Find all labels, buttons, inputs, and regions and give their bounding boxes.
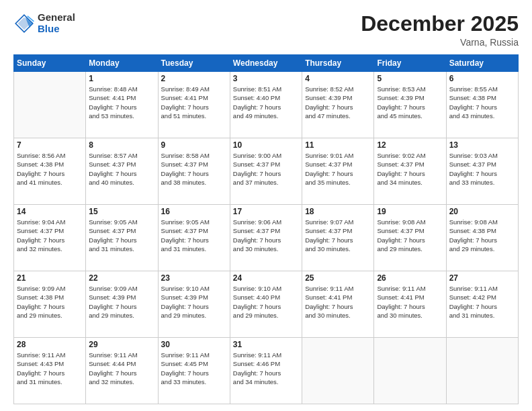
day-info: Sunrise: 9:10 AM Sunset: 4:40 PM Dayligh… [233, 284, 299, 320]
day-number: 28 [17, 340, 83, 349]
day-number: 18 [305, 207, 371, 216]
day-number: 17 [233, 207, 299, 216]
day-info: Sunrise: 9:02 AM Sunset: 4:37 PM Dayligh… [377, 151, 443, 187]
day-number: 4 [305, 74, 371, 83]
day-info: Sunrise: 9:03 AM Sunset: 4:37 PM Dayligh… [449, 151, 515, 187]
day-number: 16 [161, 207, 227, 216]
day-info: Sunrise: 8:55 AM Sunset: 4:38 PM Dayligh… [449, 85, 515, 120]
day-info: Sunrise: 9:06 AM Sunset: 4:37 PM Dayligh… [233, 218, 299, 253]
day-number: 23 [161, 273, 227, 283]
col-saturday: Saturday [446, 55, 518, 72]
day-number: 12 [377, 140, 443, 150]
location: Varna, Russia [361, 37, 519, 48]
calendar-header-row: Sunday Monday Tuesday Wednesday Thursday… [14, 55, 519, 72]
day-number: 22 [89, 273, 154, 283]
day-info: Sunrise: 9:05 AM Sunset: 4:37 PM Dayligh… [161, 218, 227, 253]
day-info: Sunrise: 9:04 AM Sunset: 4:37 PM Dayligh… [17, 218, 83, 253]
table-row: 27Sunrise: 9:11 AM Sunset: 4:42 PM Dayli… [446, 271, 518, 338]
day-info: Sunrise: 9:07 AM Sunset: 4:37 PM Dayligh… [305, 218, 371, 253]
day-info: Sunrise: 9:09 AM Sunset: 4:39 PM Dayligh… [89, 284, 154, 320]
day-info: Sunrise: 8:52 AM Sunset: 4:39 PM Dayligh… [305, 85, 371, 120]
table-row [374, 338, 446, 404]
calendar-table: Sunday Monday Tuesday Wednesday Thursday… [13, 54, 519, 404]
table-row: 29Sunrise: 9:11 AM Sunset: 4:44 PM Dayli… [86, 338, 158, 404]
table-row: 4Sunrise: 8:52 AM Sunset: 4:39 PM Daylig… [302, 72, 374, 138]
table-row: 19Sunrise: 9:08 AM Sunset: 4:37 PM Dayli… [374, 205, 446, 271]
table-row: 30Sunrise: 9:11 AM Sunset: 4:45 PM Dayli… [158, 338, 230, 404]
col-tuesday: Tuesday [158, 55, 230, 72]
day-info: Sunrise: 9:11 AM Sunset: 4:46 PM Dayligh… [233, 351, 299, 386]
day-number: 1 [89, 74, 154, 83]
day-info: Sunrise: 8:57 AM Sunset: 4:37 PM Dayligh… [89, 151, 154, 187]
table-row: 22Sunrise: 9:09 AM Sunset: 4:39 PM Dayli… [86, 271, 158, 338]
header: General Blue December 2025 Varna, Russia [13, 12, 519, 48]
day-number: 5 [377, 74, 443, 83]
table-row: 28Sunrise: 9:11 AM Sunset: 4:43 PM Dayli… [14, 338, 86, 404]
main-title: December 2025 [361, 12, 519, 36]
table-row: 1Sunrise: 8:48 AM Sunset: 4:41 PM Daylig… [86, 72, 158, 138]
day-number: 29 [89, 340, 154, 349]
table-row: 17Sunrise: 9:06 AM Sunset: 4:37 PM Dayli… [230, 205, 302, 271]
table-row: 31Sunrise: 9:11 AM Sunset: 4:46 PM Dayli… [230, 338, 302, 404]
table-row [14, 72, 86, 138]
day-info: Sunrise: 9:11 AM Sunset: 4:43 PM Dayligh… [17, 351, 83, 386]
calendar-week-row: 21Sunrise: 9:09 AM Sunset: 4:38 PM Dayli… [14, 271, 519, 338]
table-row: 11Sunrise: 9:01 AM Sunset: 4:37 PM Dayli… [302, 138, 374, 205]
day-number: 25 [305, 273, 371, 283]
day-info: Sunrise: 9:11 AM Sunset: 4:42 PM Dayligh… [449, 284, 515, 320]
calendar-week-row: 7Sunrise: 8:56 AM Sunset: 4:38 PM Daylig… [14, 138, 519, 205]
table-row: 3Sunrise: 8:51 AM Sunset: 4:40 PM Daylig… [230, 72, 302, 138]
day-number: 21 [17, 273, 83, 283]
table-row: 2Sunrise: 8:49 AM Sunset: 4:41 PM Daylig… [158, 72, 230, 138]
day-info: Sunrise: 8:56 AM Sunset: 4:38 PM Dayligh… [17, 151, 83, 187]
day-number: 11 [305, 140, 371, 150]
table-row: 24Sunrise: 9:10 AM Sunset: 4:40 PM Dayli… [230, 271, 302, 338]
table-row: 25Sunrise: 9:11 AM Sunset: 4:41 PM Dayli… [302, 271, 374, 338]
table-row [446, 338, 518, 404]
logo-icon [13, 13, 35, 34]
calendar-week-row: 14Sunrise: 9:04 AM Sunset: 4:37 PM Dayli… [14, 205, 519, 271]
table-row: 21Sunrise: 9:09 AM Sunset: 4:38 PM Dayli… [14, 271, 86, 338]
table-row: 15Sunrise: 9:05 AM Sunset: 4:37 PM Dayli… [86, 205, 158, 271]
day-number: 10 [233, 140, 299, 150]
title-block: December 2025 Varna, Russia [361, 12, 519, 48]
table-row: 23Sunrise: 9:10 AM Sunset: 4:39 PM Dayli… [158, 271, 230, 338]
table-row: 10Sunrise: 9:00 AM Sunset: 4:37 PM Dayli… [230, 138, 302, 205]
col-monday: Monday [86, 55, 158, 72]
col-wednesday: Wednesday [230, 55, 302, 72]
day-number: 8 [89, 140, 154, 150]
logo-blue: Blue [38, 24, 75, 35]
day-info: Sunrise: 9:11 AM Sunset: 4:41 PM Dayligh… [377, 284, 443, 320]
logo-general: General [38, 12, 75, 24]
table-row: 5Sunrise: 8:53 AM Sunset: 4:39 PM Daylig… [374, 72, 446, 138]
page: General Blue December 2025 Varna, Russia… [0, 0, 532, 411]
day-info: Sunrise: 9:10 AM Sunset: 4:39 PM Dayligh… [161, 284, 227, 320]
day-number: 26 [377, 273, 443, 283]
logo-text: General Blue [38, 12, 75, 34]
table-row: 20Sunrise: 9:08 AM Sunset: 4:38 PM Dayli… [446, 205, 518, 271]
day-number: 2 [161, 74, 227, 83]
table-row: 12Sunrise: 9:02 AM Sunset: 4:37 PM Dayli… [374, 138, 446, 205]
col-sunday: Sunday [14, 55, 86, 72]
day-number: 30 [161, 340, 227, 349]
day-number: 14 [17, 207, 83, 216]
calendar-week-row: 28Sunrise: 9:11 AM Sunset: 4:43 PM Dayli… [14, 338, 519, 404]
day-number: 27 [449, 273, 515, 283]
day-info: Sunrise: 9:08 AM Sunset: 4:37 PM Dayligh… [377, 218, 443, 253]
table-row: 16Sunrise: 9:05 AM Sunset: 4:37 PM Dayli… [158, 205, 230, 271]
day-info: Sunrise: 8:51 AM Sunset: 4:40 PM Dayligh… [233, 85, 299, 120]
day-info: Sunrise: 9:05 AM Sunset: 4:37 PM Dayligh… [89, 218, 154, 253]
table-row: 13Sunrise: 9:03 AM Sunset: 4:37 PM Dayli… [446, 138, 518, 205]
table-row: 9Sunrise: 8:58 AM Sunset: 4:37 PM Daylig… [158, 138, 230, 205]
table-row: 14Sunrise: 9:04 AM Sunset: 4:37 PM Dayli… [14, 205, 86, 271]
table-row: 18Sunrise: 9:07 AM Sunset: 4:37 PM Dayli… [302, 205, 374, 271]
day-info: Sunrise: 9:11 AM Sunset: 4:45 PM Dayligh… [161, 351, 227, 386]
logo: General Blue [13, 12, 75, 34]
day-info: Sunrise: 9:09 AM Sunset: 4:38 PM Dayligh… [17, 284, 83, 320]
day-number: 24 [233, 273, 299, 283]
col-friday: Friday [374, 55, 446, 72]
day-number: 13 [449, 140, 515, 150]
day-number: 19 [377, 207, 443, 216]
day-info: Sunrise: 9:00 AM Sunset: 4:37 PM Dayligh… [233, 151, 299, 187]
day-number: 15 [89, 207, 154, 216]
